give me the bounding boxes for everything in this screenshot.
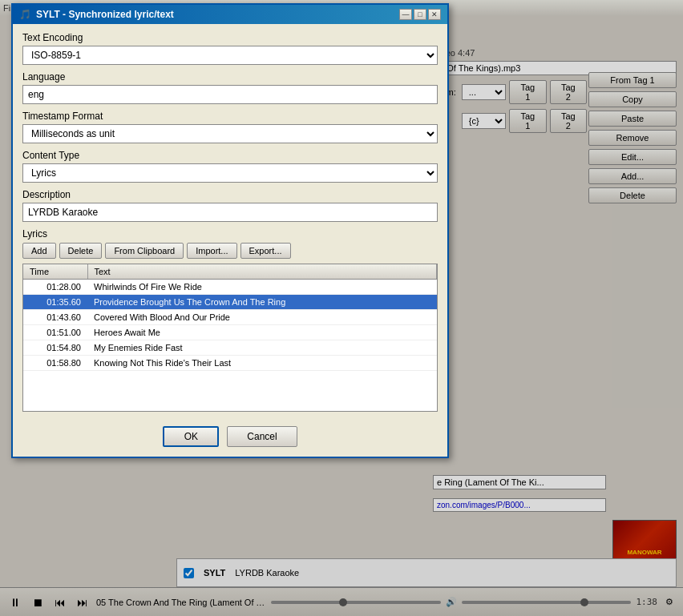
text-column-header: Text xyxy=(87,264,437,280)
language-row: Language xyxy=(22,71,438,104)
ok-button[interactable]: OK xyxy=(163,426,219,447)
dialog-controls: — □ ✕ xyxy=(399,9,441,20)
minimize-button[interactable]: — xyxy=(399,9,412,20)
header-row: Time Text xyxy=(23,264,437,280)
table-row[interactable]: 01:54.80 My Enemies Ride Fast xyxy=(23,340,437,356)
table-row[interactable]: 01:58.80 Knowing Not This Ride's Their L… xyxy=(23,356,437,371)
sylt-dialog: 🎵 SYLT - Synchronized lyric/text — □ ✕ T… xyxy=(11,3,449,458)
lyrics-table-header: Time Text xyxy=(23,264,437,280)
text-encoding-select[interactable]: ISO-8859-1UTF-8UTF-16UTF-16BE xyxy=(22,46,438,65)
description-input[interactable] xyxy=(22,203,438,222)
table-row[interactable]: 01:51.00 Heroes Await Me xyxy=(23,325,437,340)
close-button[interactable]: ✕ xyxy=(428,9,441,20)
from-clipboard-button[interactable]: From Clipboard xyxy=(105,243,184,259)
time-cell: 01:43.60 xyxy=(23,310,87,325)
text-cell: Providence Brought Us The Crown And The … xyxy=(87,295,437,310)
add-lyric-button[interactable]: Add xyxy=(22,243,56,259)
timestamp-format-row: Timestamp Format Milliseconds as unitMPE… xyxy=(22,111,438,143)
text-cell: Covered With Blood And Our Pride xyxy=(87,310,437,325)
timestamp-format-select[interactable]: Milliseconds as unitMPEG frames as unit xyxy=(22,124,438,143)
text-encoding-label: Text Encoding xyxy=(22,32,438,43)
dialog-title-text: SYLT - Synchronized lyric/text xyxy=(36,9,174,20)
dialog-body: Text Encoding ISO-8859-1UTF-8UTF-16UTF-1… xyxy=(13,24,447,420)
content-type-label: Content Type xyxy=(22,150,438,161)
timestamp-format-label: Timestamp Format xyxy=(22,111,438,122)
text-cell: My Enemies Ride Fast xyxy=(87,340,437,356)
lyrics-toolbar: Add Delete From Clipboard Import... Expo… xyxy=(22,243,438,259)
lyrics-section-label: Lyrics xyxy=(22,228,438,240)
cancel-button[interactable]: Cancel xyxy=(227,426,297,447)
dialog-titlebar: 🎵 SYLT - Synchronized lyric/text — □ ✕ xyxy=(13,5,447,24)
table-row[interactable]: 01:28.00 Whirlwinds Of Fire We Ride xyxy=(23,280,437,295)
time-cell: 01:58.80 xyxy=(23,356,87,371)
dialog-footer: OK Cancel xyxy=(13,420,447,457)
time-cell: 01:54.80 xyxy=(23,340,87,356)
time-cell: 01:28.00 xyxy=(23,280,87,295)
description-row: Description xyxy=(22,189,438,222)
time-cell: 01:51.00 xyxy=(23,325,87,340)
lyrics-tbody: 01:28.00 Whirlwinds Of Fire We Ride 01:3… xyxy=(23,280,437,371)
text-cell: Knowing Not This Ride's Their Last xyxy=(87,356,437,371)
lyrics-table: Time Text 01:28.00 Whirlwinds Of Fire We… xyxy=(23,264,437,371)
table-row[interactable]: 01:35.60 Providence Brought Us The Crown… xyxy=(23,295,437,310)
text-cell: Heroes Await Me xyxy=(87,325,437,340)
delete-lyric-button[interactable]: Delete xyxy=(59,243,103,259)
time-column-header: Time xyxy=(23,264,87,280)
import-button[interactable]: Import... xyxy=(187,243,236,259)
language-label: Language xyxy=(22,71,438,83)
content-type-row: Content Type LyricsTranscriptionMovement… xyxy=(22,150,438,183)
restore-button[interactable]: □ xyxy=(414,9,426,20)
table-row[interactable]: 01:43.60 Covered With Blood And Our Prid… xyxy=(23,310,437,325)
description-label: Description xyxy=(22,189,438,200)
dialog-title: 🎵 SYLT - Synchronized lyric/text xyxy=(19,9,174,20)
time-cell: 01:35.60 xyxy=(23,295,87,310)
text-cell: Whirlwinds Of Fire We Ride xyxy=(87,280,437,295)
export-button[interactable]: Export... xyxy=(240,243,291,259)
lyrics-table-container[interactable]: Time Text 01:28.00 Whirlwinds Of Fire We… xyxy=(22,264,438,412)
language-input[interactable] xyxy=(22,85,438,104)
content-type-select[interactable]: LyricsTranscriptionMovement/Part nameEve… xyxy=(22,163,438,183)
text-encoding-row: Text Encoding ISO-8859-1UTF-8UTF-16UTF-1… xyxy=(22,32,438,65)
dialog-title-icon: 🎵 xyxy=(19,9,31,20)
